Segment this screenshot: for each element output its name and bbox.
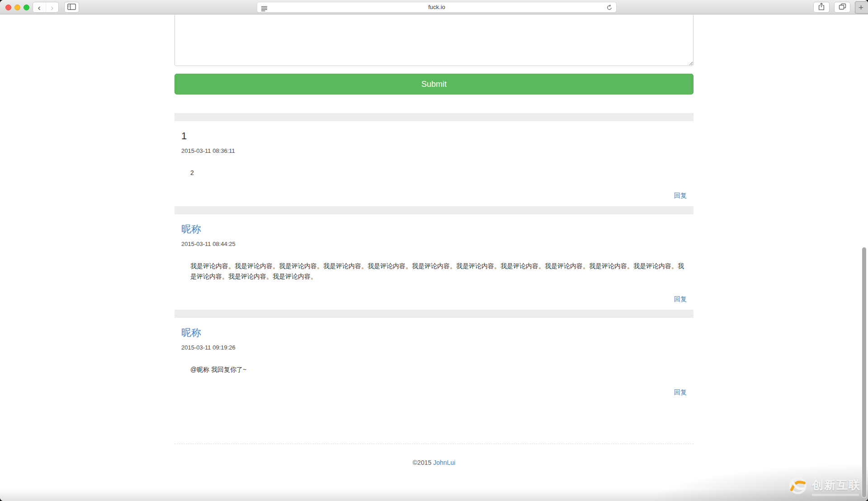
tabs-overview-button[interactable] xyxy=(834,2,850,13)
reply-link[interactable]: 回复 xyxy=(674,192,687,199)
back-button[interactable]: ‹ xyxy=(33,2,46,12)
scrollbar-thumb[interactable] xyxy=(862,247,866,497)
comment-timestamp: 2015-03-11 09:19:26 xyxy=(181,344,687,351)
watermark: 创新互联 xyxy=(788,476,861,497)
watermark-text: 创新互联 xyxy=(812,477,861,492)
reply-link[interactable]: 回复 xyxy=(674,295,687,302)
browser-toolbar: ‹ › fuck.io xyxy=(0,0,868,14)
browser-window: ‹ › fuck.io xyxy=(0,0,868,501)
comment-author: 1 xyxy=(181,130,687,142)
watermark-logo-icon xyxy=(788,476,807,497)
reader-icon[interactable] xyxy=(261,5,268,13)
minimize-button[interactable] xyxy=(14,5,20,10)
comment-content: @昵称 我回复你了~ xyxy=(190,364,687,375)
plus-icon: + xyxy=(859,3,863,12)
panel-body: 1 2015-03-11 08:36:11 2 回复 xyxy=(175,121,693,206)
share-icon xyxy=(818,3,825,12)
panel-heading xyxy=(175,206,693,214)
sidebar-icon xyxy=(67,4,76,11)
watermark-subtext-bar xyxy=(812,494,859,496)
address-bar[interactable]: fuck.io xyxy=(257,2,617,13)
refresh-icon[interactable] xyxy=(606,5,613,13)
zoom-button[interactable] xyxy=(24,5,29,10)
submit-button[interactable]: Submit xyxy=(175,74,693,95)
comment-panel: 昵称 2015-03-11 09:19:26 @昵称 我回复你了~ 回复 xyxy=(175,310,693,403)
comment-panel: 1 2015-03-11 08:36:11 2 回复 xyxy=(175,113,693,206)
reply-row: 回复 xyxy=(181,295,687,302)
comment-content: 2 xyxy=(190,168,687,178)
traffic-lights xyxy=(5,5,29,10)
url-text: fuck.io xyxy=(257,2,616,12)
comment-form: Submit xyxy=(175,15,693,95)
comment-author-link[interactable]: 昵称 xyxy=(181,327,201,338)
comment-timestamp: 2015-03-11 08:36:11 xyxy=(181,147,687,154)
close-button[interactable] xyxy=(5,5,11,10)
comment-timestamp: 2015-03-11 08:44:25 xyxy=(181,241,687,247)
sidebar-toggle-button[interactable] xyxy=(64,2,79,13)
share-button[interactable] xyxy=(813,2,830,13)
panel-heading xyxy=(175,113,693,121)
copyright-text: ©2015 xyxy=(413,459,431,466)
panel-body: 昵称 2015-03-11 08:44:25 我是评论内容。我是评论内容。我是评… xyxy=(175,214,693,310)
comment-panel: 昵称 2015-03-11 08:44:25 我是评论内容。我是评论内容。我是评… xyxy=(175,206,693,310)
history-nav-group: ‹ › xyxy=(33,2,59,13)
panel-body: 昵称 2015-03-11 09:19:26 @昵称 我回复你了~ 回复 xyxy=(175,318,693,403)
panel-heading xyxy=(175,310,693,318)
comment-list: 1 2015-03-11 08:36:11 2 回复 昵称 2015-03-11… xyxy=(175,113,693,403)
author-link[interactable]: JohnLui xyxy=(433,459,455,466)
site-footer: ©2015 JohnLui xyxy=(175,444,693,466)
page-content: Submit 1 2015-03-11 08:36:11 2 回复 xyxy=(0,15,868,501)
comment-author-link[interactable]: 昵称 xyxy=(181,223,201,235)
forward-button[interactable]: › xyxy=(46,2,59,12)
reply-row: 回复 xyxy=(181,388,687,396)
tabs-overview-icon xyxy=(839,3,846,11)
reply-link[interactable]: 回复 xyxy=(674,388,687,396)
new-tab-button[interactable]: + xyxy=(855,1,868,14)
comment-content: 我是评论内容。我是评论内容。我是评论内容。我是评论内容。我是评论内容。我是评论内… xyxy=(190,261,687,282)
comment-textarea[interactable] xyxy=(175,15,693,66)
reply-row: 回复 xyxy=(181,192,687,199)
bottom-fade xyxy=(0,489,868,501)
